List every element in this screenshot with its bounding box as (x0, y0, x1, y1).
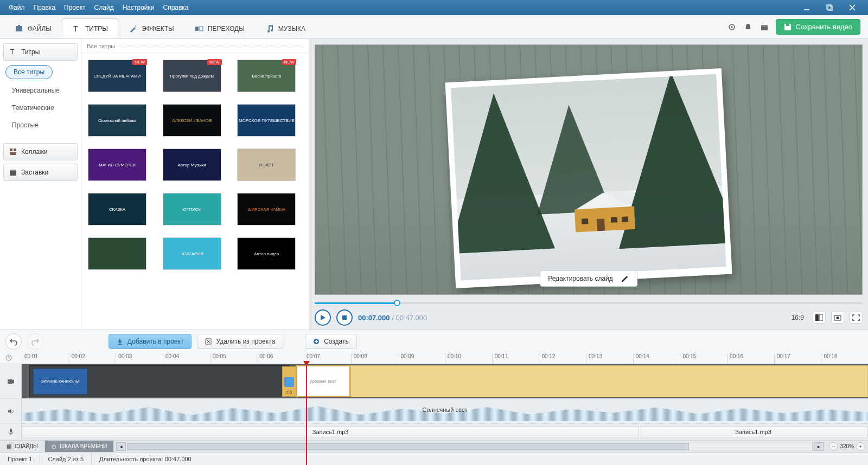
tab-slides-view[interactable]: ▦ СЛАЙДЫ (0, 441, 45, 452)
transition-icon (195, 24, 203, 33)
sidebar-btn-intros[interactable]: Заставки (3, 164, 78, 181)
menu-edit[interactable]: Правка (29, 2, 60, 13)
settings-gear-icon[interactable] (724, 15, 740, 38)
status-slide: Слайд 2 из 5 (40, 453, 92, 465)
svg-rect-14 (761, 25, 768, 27)
tab-files[interactable]: ФАЙЛЫ (4, 18, 62, 38)
transition-marker[interactable]: 2.0 (282, 366, 296, 397)
menu-settings[interactable]: Настройки (118, 2, 159, 13)
save-video-button[interactable]: Сохранить видео (776, 19, 860, 35)
minimize-icon[interactable] (795, 0, 818, 15)
chip-all-titles[interactable]: Все титры (5, 65, 53, 79)
create-label: Создать (324, 338, 349, 345)
video-track: ЗИМНИЕ КАНИКУЛЫ 2.0 Добавьте текст (0, 364, 868, 399)
tab-music[interactable]: МУЗЫКА (255, 18, 316, 38)
gallery-thumb[interactable]: СЛЕДУЙ ЗА МЕЧТАМИNEW (88, 60, 146, 92)
time-current: 00:07.000 (358, 314, 390, 322)
svg-text:T: T (73, 24, 78, 33)
bell-icon[interactable] (740, 15, 756, 38)
svg-rect-18 (10, 148, 12, 151)
timeline-icon: ◴ (52, 443, 56, 449)
action-bar: Добавить в проект Удалить из проекта Соз… (0, 330, 868, 353)
scroll-thumb[interactable] (127, 443, 689, 450)
timeline-ruler[interactable]: 00:0100:0200:0300:0400:0500:0600:0700:08… (0, 353, 868, 364)
stop-button[interactable] (336, 309, 353, 326)
text-icon: T (72, 24, 81, 33)
tab-timeline-view[interactable]: ◴ ШКАЛА ВРЕМЕНИ (45, 441, 114, 452)
ruler-tick: 00:02 (69, 353, 116, 364)
tab-effects-label: ЭФФЕКТЫ (142, 25, 174, 33)
tab-timeline-label: ШКАЛА ВРЕМЕНИ (60, 443, 107, 449)
empty-timeline-area[interactable] (350, 365, 868, 397)
video-clip-2[interactable]: Добавьте текст (296, 365, 350, 397)
video-clip-1[interactable]: ЗИМНИЕ КАНИКУЛЫ (29, 365, 290, 397)
progress-knob[interactable] (394, 300, 400, 306)
collage-icon (9, 148, 17, 156)
menu-file[interactable]: Файл (4, 2, 29, 13)
zoom-out-button[interactable]: − (829, 442, 838, 451)
add-to-project-button[interactable]: Добавить в проект (108, 334, 192, 349)
menu-project[interactable]: Проект (60, 2, 90, 13)
sidebar: T Титры Все титры Универсальные Тематиче… (0, 39, 81, 330)
create-button[interactable]: Создать (305, 334, 357, 349)
tab-titles[interactable]: T ТИТРЫ (62, 18, 118, 38)
progress-bar[interactable] (315, 300, 863, 306)
gallery-thumb[interactable]: АЛЕКСЕЙ ИВАНОВ (163, 104, 221, 137)
gallery-thumb[interactable]: БОЛГАРИЯ (163, 237, 221, 270)
horizontal-scrollbar[interactable]: ◂ ▸ (114, 441, 826, 452)
gallery-thumb[interactable]: Автор видео (237, 237, 296, 270)
mic-track-head[interactable] (0, 424, 22, 440)
svg-point-8 (135, 25, 136, 27)
gallery-thumb[interactable]: МОРСКОЕ ПУТЕШЕСТВИЕ (237, 104, 296, 137)
video-track-head[interactable] (0, 364, 22, 398)
gift-icon[interactable] (756, 15, 773, 38)
timeline: 00:0100:0200:0300:0400:0500:0600:0700:08… (0, 353, 868, 440)
close-icon[interactable] (841, 0, 864, 15)
sidebar-btn-titles[interactable]: T Титры (3, 43, 78, 61)
svg-rect-6 (18, 25, 20, 27)
mic-clip-2[interactable]: Запись1.mp3 (639, 426, 868, 437)
zoom-in-button[interactable]: + (856, 442, 865, 451)
gallery-thumb[interactable]: СКАЗКА (88, 193, 146, 225)
fullscreen-icon[interactable] (850, 312, 863, 324)
scroll-right-icon[interactable]: ▸ (814, 442, 824, 451)
gallery-thumb[interactable]: ПОЛЁТ (237, 148, 296, 181)
ruler-tick: 00:03 (116, 353, 163, 364)
gallery-grid[interactable]: СЛЕДУЙ ЗА МЕЧТАМИNEWПрогулки под дождёмN… (81, 53, 309, 330)
menu-slide[interactable]: Слайд (90, 2, 118, 13)
undo-button[interactable] (5, 333, 22, 350)
gallery-thumb[interactable] (88, 237, 146, 270)
clapper-icon (9, 169, 17, 176)
gallery-thumb[interactable]: ОТПУСК (163, 193, 221, 225)
svg-rect-5 (16, 26, 22, 31)
redo-button[interactable] (27, 333, 43, 350)
plus-icon (313, 338, 320, 345)
tab-transitions[interactable]: ПЕРЕХОДЫ (184, 18, 255, 38)
tab-music-label: МУЗЫКА (278, 25, 305, 33)
gallery-thumb[interactable]: МАГИЯ СУМЕРЕК (88, 148, 146, 181)
gallery-thumb[interactable]: ШИРОКАЯ КАЙМА (237, 193, 296, 225)
category-simple[interactable]: Простые (3, 118, 78, 132)
snapshot-icon[interactable] (831, 312, 844, 324)
edit-slide-button[interactable]: Редактировать слайд (540, 270, 637, 287)
category-universal[interactable]: Универсальные (3, 83, 78, 98)
sidebar-intros-label: Заставки (21, 169, 48, 176)
remove-from-project-button[interactable]: Удалить из проекта (197, 334, 283, 349)
status-project: Проект 1 (0, 453, 40, 465)
audio-track-head[interactable] (0, 399, 22, 423)
gallery-thumb[interactable]: Весна пришлаNEW (237, 60, 296, 92)
gallery-thumb[interactable]: Прогулки под дождёмNEW (163, 60, 221, 92)
menu-help[interactable]: Справка (158, 2, 193, 13)
tab-effects[interactable]: ЭФФЕКТЫ (118, 18, 184, 38)
mic-clip-1[interactable]: Запись1.mp3 (22, 426, 639, 437)
aspect-ratio[interactable]: 16:9 (792, 314, 804, 321)
gallery-thumb[interactable]: Автор Музыки (163, 148, 221, 181)
maximize-icon[interactable] (818, 0, 841, 15)
scroll-left-icon[interactable]: ◂ (116, 442, 126, 451)
play-button[interactable] (315, 309, 331, 326)
split-view-icon[interactable] (813, 312, 826, 324)
sidebar-btn-collages[interactable]: Коллажи (3, 143, 78, 160)
gallery-thumb[interactable]: Скалистый пейзаж (88, 104, 146, 137)
edit-slide-label: Редактировать слайд (548, 275, 613, 282)
category-thematic[interactable]: Тематические (3, 101, 78, 115)
